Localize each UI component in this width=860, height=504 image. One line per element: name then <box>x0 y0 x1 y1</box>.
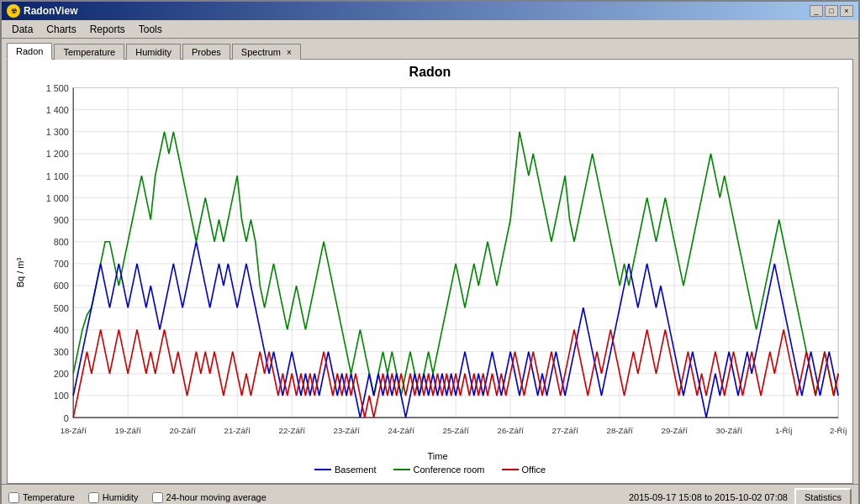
svg-text:1 300: 1 300 <box>46 127 69 137</box>
svg-text:24-Září: 24-Září <box>388 426 414 435</box>
svg-text:900: 900 <box>54 215 69 225</box>
svg-text:300: 300 <box>54 347 69 357</box>
tab-radon[interactable]: Radon <box>7 43 52 60</box>
menu-data[interactable]: Data <box>5 22 40 37</box>
svg-text:1 500: 1 500 <box>46 83 69 93</box>
temperature-checkbox[interactable] <box>8 492 19 503</box>
svg-text:2-Říj: 2-Říj <box>830 426 847 435</box>
tab-temperature[interactable]: Temperature <box>54 44 124 60</box>
titlebar: ☢ RadonView _ □ × <box>2 2 858 20</box>
tab-probes[interactable]: Probes <box>182 44 230 60</box>
chart-graph: 1 500 1 400 1 300 1 200 1 100 1 000 900 … <box>28 83 847 449</box>
tabs-container: Radon Temperature Humidity Probes Spectr… <box>2 39 858 59</box>
svg-text:200: 200 <box>54 369 69 379</box>
humidity-checkbox[interactable] <box>88 492 99 503</box>
svg-text:100: 100 <box>54 391 69 401</box>
svg-text:0: 0 <box>64 412 69 423</box>
main-window: ☢ RadonView _ □ × Data Charts Reports To… <box>0 0 860 504</box>
legend-office-label: Office <box>522 465 546 475</box>
legend-basement-label: Basement <box>335 465 377 475</box>
bottom-left: Temperature Humidity 24-hour moving aver… <box>8 492 266 503</box>
chart-title: Radon <box>13 65 847 80</box>
svg-text:22-Září: 22-Září <box>278 426 305 435</box>
window-title: RadonView <box>24 5 77 17</box>
bottom-bar: Temperature Humidity 24-hour moving aver… <box>2 484 858 504</box>
legend-conference: Conference room <box>393 465 485 475</box>
legend-office: Office <box>502 465 546 475</box>
svg-text:19-Září: 19-Září <box>114 426 141 435</box>
moving-average-checkbox-item: 24-hour moving average <box>152 492 266 503</box>
tab-humidity[interactable]: Humidity <box>126 44 181 60</box>
chart-wrapper: Bq / m³ <box>13 83 847 461</box>
svg-text:21-Září: 21-Září <box>224 426 251 435</box>
svg-text:1 100: 1 100 <box>46 171 69 181</box>
spectrum-close-icon[interactable]: × <box>287 48 292 57</box>
legend-basement-line <box>314 469 331 470</box>
svg-text:1-Říj: 1-Říj <box>775 426 793 435</box>
moving-average-checkbox[interactable] <box>152 492 163 503</box>
svg-text:500: 500 <box>54 303 69 313</box>
bottom-right: 2015-09-17 15:08 to 2015-10-02 07:08 Sta… <box>629 488 852 504</box>
svg-text:1 000: 1 000 <box>46 193 69 203</box>
titlebar-left: ☢ RadonView <box>7 4 77 18</box>
svg-text:29-Září: 29-Září <box>661 426 688 435</box>
legend-basement: Basement <box>314 465 377 475</box>
titlebar-controls: _ □ × <box>810 5 853 17</box>
chart-inner: 1 500 1 400 1 300 1 200 1 100 1 000 900 … <box>28 83 847 461</box>
legend-office-line <box>502 469 519 470</box>
svg-text:600: 600 <box>54 281 69 291</box>
minimize-button[interactable]: _ <box>810 5 823 17</box>
temperature-checkbox-label: Temperature <box>23 492 75 502</box>
svg-text:28-Září: 28-Září <box>606 426 633 435</box>
svg-text:700: 700 <box>54 259 69 269</box>
svg-text:25-Září: 25-Září <box>442 426 469 435</box>
y-axis-label: Bq / m³ <box>13 83 28 461</box>
menu-charts[interactable]: Charts <box>40 22 82 37</box>
close-button[interactable]: × <box>840 5 853 17</box>
svg-text:18-Září: 18-Září <box>60 426 87 435</box>
svg-text:23-Září: 23-Září <box>333 426 360 435</box>
svg-text:27-Září: 27-Září <box>551 426 578 435</box>
temperature-checkbox-item: Temperature <box>8 492 75 503</box>
date-range: 2015-09-17 15:08 to 2015-10-02 07:08 <box>629 492 788 502</box>
chart-legend: Basement Conference room Office <box>13 465 847 475</box>
menu-tools[interactable]: Tools <box>132 22 169 37</box>
humidity-checkbox-item: Humidity <box>88 492 139 503</box>
menubar: Data Charts Reports Tools <box>2 20 858 39</box>
svg-text:26-Září: 26-Září <box>497 426 524 435</box>
menu-reports[interactable]: Reports <box>83 22 132 37</box>
main-chart-svg: 1 500 1 400 1 300 1 200 1 100 1 000 900 … <box>28 83 847 449</box>
app-icon: ☢ <box>7 4 20 18</box>
legend-conference-label: Conference room <box>414 465 485 475</box>
svg-text:1 400: 1 400 <box>46 105 69 115</box>
svg-text:1 200: 1 200 <box>46 149 69 159</box>
legend-conference-line <box>393 469 410 470</box>
humidity-checkbox-label: Humidity <box>103 492 139 502</box>
x-axis-label: Time <box>28 451 847 461</box>
svg-text:800: 800 <box>54 237 69 247</box>
chart-area: Radon Bq / m³ <box>7 59 853 484</box>
statistics-button[interactable]: Statistics <box>794 488 852 504</box>
maximize-button[interactable]: □ <box>825 5 838 17</box>
moving-average-checkbox-label: 24-hour moving average <box>166 492 266 502</box>
svg-text:400: 400 <box>54 325 69 335</box>
svg-text:20-Září: 20-Září <box>169 426 196 435</box>
svg-text:30-Září: 30-Září <box>715 426 742 435</box>
tab-spectrum[interactable]: Spectrum × <box>232 44 301 60</box>
